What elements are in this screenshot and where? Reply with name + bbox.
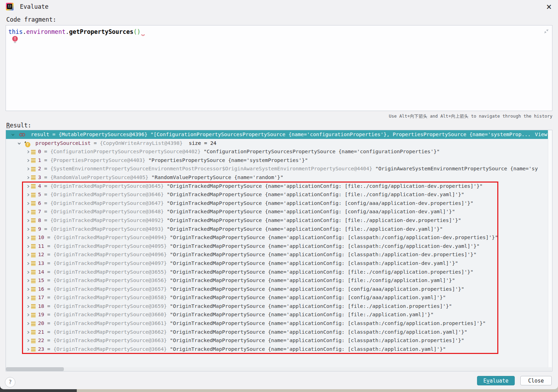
chevron-right-icon[interactable]	[25, 250, 31, 259]
chevron-down-icon[interactable]	[16, 139, 22, 148]
tree-row[interactable]: 15 = {OriginTrackedMapPropertySource@365…	[6, 276, 552, 285]
chevron-right-icon[interactable]	[25, 276, 31, 285]
tree-row[interactable]: 18 = {OriginTrackedMapPropertySource@365…	[6, 302, 552, 311]
tree-row[interactable]: 17 = {OriginTrackedMapPropertySource@365…	[6, 293, 552, 302]
item-value: "OriginTrackedMapPropertySource {name='a…	[164, 183, 483, 189]
tree-row[interactable]: 6 = {OriginTrackedMapPropertySource@3647…	[6, 199, 552, 208]
item-ref: {OriginTrackedMapPropertySource@3648}	[50, 208, 164, 214]
code-token: .	[66, 28, 69, 35]
item-index: 12	[38, 251, 44, 257]
result-label: Result:	[6, 122, 31, 129]
chevron-right-icon[interactable]	[25, 216, 31, 225]
chevron-right-icon[interactable]	[25, 147, 31, 156]
chevron-right-icon[interactable]	[25, 328, 31, 336]
tree-row-property-source-list[interactable]: f propertySourceList = {CopyOnWriteArray…	[6, 139, 552, 148]
chevron-right-icon[interactable]	[25, 207, 31, 216]
chevron-right-icon[interactable]	[25, 302, 31, 311]
tree-row[interactable]: 19 = {OriginTrackedMapPropertySource@366…	[6, 310, 552, 319]
item-index: 13	[38, 260, 44, 266]
item-value: "OriginTrackedMapPropertySource {name='a…	[164, 200, 473, 206]
scrollbar-thumb[interactable]	[6, 367, 64, 371]
item-value: "OriginTrackedMapPropertySource {name='a…	[164, 208, 455, 214]
chevron-right-icon[interactable]	[25, 190, 31, 199]
horizontal-scrollbar[interactable]	[6, 367, 552, 371]
chevron-right-icon[interactable]	[25, 336, 31, 345]
array-item-icon	[31, 225, 36, 234]
separator: =	[41, 226, 50, 232]
tree-row[interactable]: 16 = {OriginTrackedMapPropertySource@365…	[6, 285, 552, 294]
item-index: 19	[38, 311, 44, 317]
chevron-right-icon[interactable]	[25, 182, 31, 191]
tree-row[interactable]: 9 = {OriginTrackedMapPropertySource@4093…	[6, 225, 552, 234]
chevron-right-icon[interactable]	[25, 345, 31, 354]
chevron-right-icon[interactable]	[25, 285, 31, 294]
tree-row[interactable]: 7 = {OriginTrackedMapPropertySource@3648…	[6, 207, 552, 216]
close-button[interactable]: Close	[520, 376, 552, 385]
chevron-down-icon[interactable]	[10, 130, 16, 139]
chevron-right-icon[interactable]	[25, 199, 31, 208]
tree-row[interactable]: 11 = {OriginTrackedMapPropertySource@409…	[6, 242, 552, 251]
code-token: .	[23, 28, 26, 35]
tree-row-result[interactable]: result = {MutablePropertySources@4396} "…	[6, 130, 552, 139]
vertical-scrollbar[interactable]	[548, 130, 552, 371]
chevron-right-icon[interactable]	[25, 293, 31, 302]
separator: =	[44, 337, 53, 343]
code-editor[interactable]: this.environment.getPropertySources() !	[6, 25, 552, 111]
item-index: 22	[38, 337, 44, 343]
tree-row[interactable]: 3 = {RandomValuePropertySource@4405} "Ra…	[6, 173, 552, 182]
array-item-icon	[31, 199, 36, 208]
tree-row[interactable]: 8 = {OriginTrackedMapPropertySource@4092…	[6, 216, 552, 225]
item-ref: {OriginTrackedMapPropertySource@3660}	[53, 311, 167, 317]
item-value: "OriginTrackedMapPropertySource {name='a…	[164, 191, 464, 197]
tree-row[interactable]: 4 = {OriginTrackedMapPropertySource@3645…	[6, 182, 552, 191]
tree-row[interactable]: 23 = {OriginTrackedMapPropertySource@366…	[6, 345, 552, 354]
variable-name: propertySourceList	[36, 140, 91, 146]
chevron-right-icon[interactable]	[25, 173, 31, 182]
tree-row[interactable]: 5 = {OriginTrackedMapPropertySource@3646…	[6, 190, 552, 199]
code-line[interactable]: this.environment.getPropertySources()	[8, 27, 146, 36]
chevron-right-icon[interactable]	[25, 233, 31, 242]
evaluate-button[interactable]: Evaluate	[477, 376, 515, 385]
tree-row[interactable]: 10 = {OriginTrackedMapPropertySource@409…	[6, 233, 552, 242]
chevron-right-icon[interactable]	[25, 319, 31, 328]
collapse-icon[interactable]	[544, 29, 549, 34]
separator: =	[44, 234, 53, 240]
item-index: 20	[38, 320, 44, 326]
error-lightbulb-icon[interactable]: !	[12, 36, 18, 42]
chevron-right-icon[interactable]	[25, 156, 31, 165]
item-ref: {OriginTrackedMapPropertySource@4094}	[53, 234, 167, 240]
item-value: "OriginTrackedMapPropertySource {name='a…	[167, 260, 458, 266]
tree-row[interactable]: 20 = {OriginTrackedMapPropertySource@366…	[6, 319, 552, 328]
chevron-right-icon[interactable]	[25, 259, 31, 268]
watch-result-icon	[19, 130, 26, 139]
tree-row[interactable]: 2 = {SystemEnvironmentPropertySourceEnvi…	[6, 164, 552, 173]
tree-row[interactable]: 0 = {ConfigurationPropertySourcesPropert…	[6, 147, 552, 156]
item-value: "OriginTrackedMapPropertySource {name='a…	[167, 286, 464, 292]
chevron-right-icon[interactable]	[25, 310, 31, 319]
evaluate-dialog: IJ Evaluate × Code fragment: this.enviro…	[0, 0, 558, 389]
chevron-right-icon[interactable]	[25, 225, 31, 234]
title-bar: IJ Evaluate ×	[0, 0, 558, 13]
tree-row[interactable]: 22 = {OriginTrackedMapPropertySource@366…	[6, 336, 552, 345]
view-link[interactable]: View	[535, 130, 547, 139]
tree-row[interactable]: 13 = {OriginTrackedMapPropertySource@409…	[6, 259, 552, 268]
item-index: 15	[38, 277, 44, 283]
item-index: 0	[38, 148, 41, 154]
help-button[interactable]: ?	[5, 377, 15, 387]
separator: =	[41, 200, 50, 206]
array-item-icon	[31, 190, 36, 199]
close-icon[interactable]: ×	[546, 1, 552, 12]
chevron-right-icon[interactable]	[25, 268, 31, 276]
tree-row[interactable]: 12 = {OriginTrackedMapPropertySource@409…	[6, 250, 552, 259]
item-value: "OriginAwareSystemEnvironmentPropertySou…	[372, 165, 538, 171]
chevron-right-icon[interactable]	[25, 242, 31, 251]
tree-row[interactable]: 1 = {PropertiesPropertySource@4403} "Pro…	[6, 156, 552, 165]
array-item-icon	[31, 259, 36, 268]
code-token: this	[8, 28, 23, 35]
tree-row[interactable]: 21 = {OriginTrackedMapPropertySource@366…	[6, 328, 552, 336]
chevron-right-icon[interactable]	[25, 164, 31, 173]
item-value: "OriginTrackedMapPropertySource {name='a…	[167, 303, 452, 309]
array-item-icon	[31, 310, 36, 319]
tree-row[interactable]: 14 = {OriginTrackedMapPropertySource@365…	[6, 268, 552, 276]
history-hint: Use Alt+向下箭头 and Alt+向上箭头 to navigate th…	[389, 113, 552, 119]
